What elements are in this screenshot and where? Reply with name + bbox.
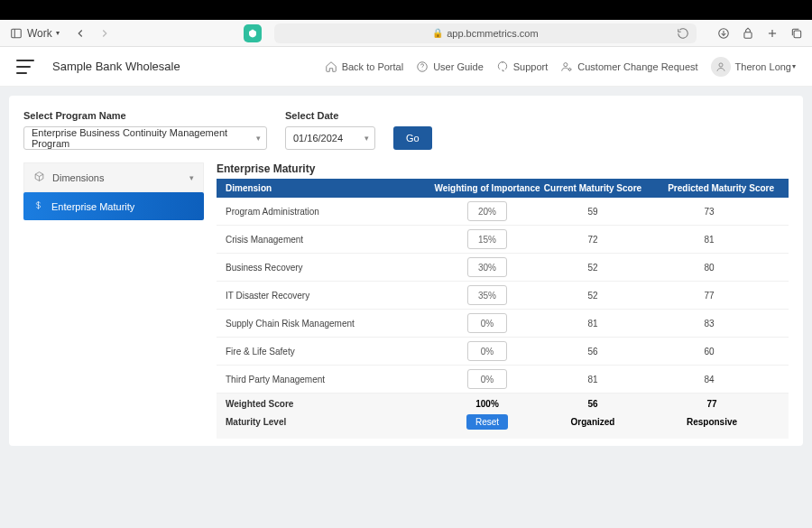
weight-input[interactable]: 0%	[467, 313, 507, 333]
sidebar-item-dimensions[interactable]: Dimensions ▾	[23, 162, 204, 192]
weight-input[interactable]: 15%	[467, 229, 507, 249]
cell-current: 72	[541, 235, 644, 245]
org-name: Sample Bank Wholesale	[52, 60, 180, 73]
cell-dimension: Business Recovery	[226, 263, 433, 273]
cell-current: 52	[541, 263, 644, 273]
th-dimension: Dimension	[226, 183, 433, 193]
sidebar-item-enterprise-maturity[interactable]: Enterprise Maturity	[23, 192, 204, 220]
table-footer: Weighted Score 100% 56 77 Maturity Level…	[217, 394, 789, 439]
go-button[interactable]: Go	[393, 126, 432, 150]
section-title: Enterprise Maturity	[217, 162, 789, 175]
reset-button[interactable]: Reset	[466, 414, 508, 430]
svg-rect-7	[794, 31, 801, 38]
program-value: Enterprise Business Continuity Managemen…	[32, 127, 259, 149]
sidebar-toggle-icon[interactable]	[9, 26, 23, 40]
table-header: Dimension Weighting of Importance Curren…	[217, 179, 789, 198]
share-icon[interactable]	[741, 26, 754, 40]
back-to-portal-link[interactable]: Back to Portal	[325, 60, 403, 73]
chevron-down-icon: ▾	[256, 134, 261, 143]
change-request-link[interactable]: Customer Change Request	[560, 60, 697, 73]
program-select[interactable]: Enterprise Business Continuity Managemen…	[23, 126, 267, 150]
cell-predicted: 77	[644, 291, 780, 301]
url-bar[interactable]: 🔒 app.bcmmetrics.com	[274, 23, 697, 43]
table-body: Program Administration20%5973Crisis Mana…	[217, 198, 789, 394]
table-row: Crisis Management15%7281	[217, 226, 789, 254]
cell-predicted: 84	[644, 375, 780, 384]
lock-icon: 🔒	[432, 28, 443, 38]
svg-point-9	[422, 69, 423, 69]
chevron-down-icon: ▾	[189, 173, 194, 182]
menu-icon[interactable]	[16, 60, 34, 74]
avatar-icon	[711, 57, 731, 77]
date-value: 01/16/2024	[293, 133, 343, 144]
table-row: IT Disaster Recovery35%5277	[217, 282, 789, 310]
browser-toolbar: Work ▾ 🔒 app.bcmmetrics.com	[0, 20, 812, 47]
cell-current: 81	[541, 375, 644, 384]
cell-predicted: 83	[644, 319, 780, 329]
cell-predicted: 80	[644, 263, 780, 273]
download-icon[interactable]	[716, 26, 730, 40]
maturity-predicted: Responsive	[644, 417, 780, 427]
sidebar-item-label: Dimensions	[52, 172, 104, 183]
date-label: Select Date	[285, 110, 375, 121]
th-predicted: Predicted Maturity Score	[644, 183, 780, 193]
weight-input[interactable]: 0%	[467, 369, 507, 389]
link-label: Support	[513, 61, 549, 72]
date-select[interactable]: 01/16/2024 ▾	[285, 126, 375, 150]
reload-icon[interactable]	[676, 26, 689, 40]
cell-dimension: Program Administration	[226, 207, 433, 217]
table-row: Third Party Management0%8184	[217, 366, 789, 394]
nav-back-icon[interactable]	[74, 26, 88, 40]
weight-input[interactable]: 0%	[467, 341, 507, 361]
filter-row: Select Program Name Enterprise Business …	[23, 110, 789, 150]
table-row: Program Administration20%5973	[217, 198, 789, 226]
weighted-current: 56	[541, 399, 644, 409]
chevron-down-icon: ▾	[792, 62, 796, 70]
maturity-level-label: Maturity Level	[226, 417, 433, 427]
content-card: Select Program Name Enterprise Business …	[9, 96, 803, 446]
cell-dimension: Crisis Management	[226, 235, 433, 245]
cell-weight: 0%	[433, 369, 541, 389]
user-guide-link[interactable]: User Guide	[416, 60, 484, 73]
svg-rect-0	[11, 29, 21, 37]
chevron-down-icon[interactable]: ▾	[56, 29, 60, 37]
table-row: Supply Chain Risk Management0%8183	[217, 310, 789, 338]
link-label: Back to Portal	[342, 61, 403, 72]
workspace-label[interactable]: Work	[27, 27, 52, 40]
cell-predicted: 81	[644, 235, 780, 245]
program-label: Select Program Name	[23, 110, 267, 121]
main: Enterprise Maturity Dimension Weighting …	[217, 162, 789, 439]
url-text: app.bcmmetrics.com	[447, 28, 538, 39]
chevron-down-icon: ▾	[364, 134, 369, 143]
tabs-overview-icon[interactable]	[789, 26, 803, 40]
support-link[interactable]: Support	[496, 60, 549, 73]
th-current: Current Maturity Score	[541, 183, 644, 193]
svg-point-10	[564, 62, 567, 66]
cube-icon	[33, 171, 45, 184]
user-name: Theron Long	[735, 61, 791, 72]
cell-weight: 0%	[433, 341, 541, 361]
weight-input[interactable]: 30%	[467, 257, 507, 277]
cell-weight: 35%	[433, 285, 541, 305]
maturity-current: Organized	[541, 417, 644, 427]
cell-current: 56	[541, 347, 644, 357]
weighted-predicted: 77	[644, 399, 780, 409]
user-menu[interactable]: Theron Long ▾	[711, 57, 796, 77]
page-body: Select Program Name Enterprise Business …	[0, 87, 812, 528]
sidebar: Dimensions ▾ Enterprise Maturity	[23, 162, 204, 439]
weight-input[interactable]: 20%	[467, 201, 507, 221]
new-tab-icon[interactable]	[765, 26, 779, 40]
cell-weight: 15%	[433, 229, 541, 249]
cell-weight: 30%	[433, 257, 541, 277]
cell-predicted: 60	[644, 347, 780, 357]
table-row: Business Recovery30%5280	[217, 254, 789, 282]
link-label: User Guide	[433, 61, 484, 72]
weight-input[interactable]: 35%	[467, 285, 507, 305]
svg-point-12	[719, 62, 723, 66]
cell-dimension: Third Party Management	[226, 375, 433, 384]
svg-rect-4	[743, 32, 751, 37]
cell-weight: 20%	[433, 201, 541, 221]
cell-dimension: Fire & Life Safety	[226, 347, 433, 357]
sidebar-item-label: Enterprise Maturity	[51, 201, 134, 212]
nav-forward-icon	[98, 26, 112, 40]
